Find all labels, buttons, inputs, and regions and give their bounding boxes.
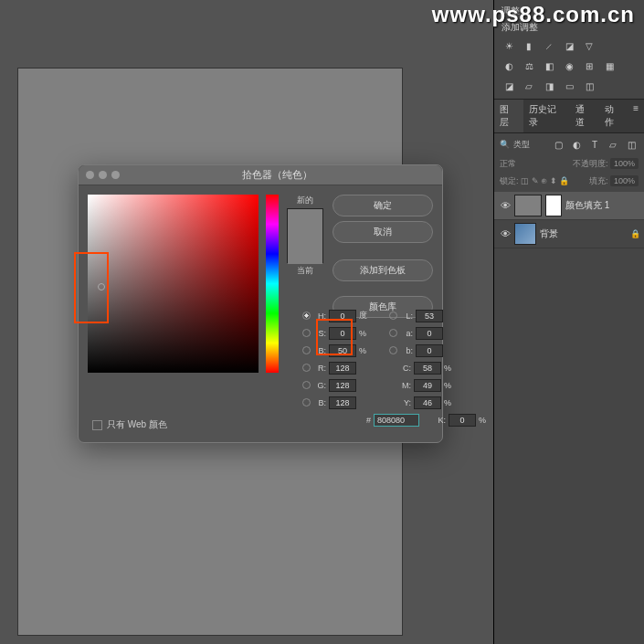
- layer-thumb[interactable]: [514, 195, 542, 216]
- ok-button[interactable]: 确定: [333, 195, 433, 216]
- r-label: R:: [313, 364, 326, 373]
- layer-row[interactable]: 👁 背景 🔒: [494, 220, 644, 248]
- tab-actions[interactable]: 动作: [599, 100, 628, 132]
- s-radio[interactable]: [302, 329, 311, 337]
- filter-smart-icon[interactable]: ◫: [624, 137, 639, 152]
- cancel-button[interactable]: 取消: [333, 221, 433, 243]
- c-label: C:: [398, 364, 411, 373]
- tab-channels[interactable]: 通道: [570, 100, 599, 132]
- y-input[interactable]: [414, 396, 441, 409]
- lock-icons[interactable]: ◫ ✎ ⊕ ⬍ 🔒: [521, 176, 569, 185]
- layer-thumb[interactable]: [514, 223, 536, 245]
- filter-icon[interactable]: 🔍: [500, 140, 510, 149]
- opacity-label: 不透明度:: [573, 159, 608, 168]
- l-radio[interactable]: [389, 311, 397, 320]
- right-panel: 调整 添加调整 ☀ ▮ ⟋ ◪ ▽ ◐ ⚖ ◧ ◉ ⊞ ▦ ◪ ▱ ◨ ▭ ◫ …: [493, 0, 644, 644]
- add-swatch-button[interactable]: 添加到色板: [333, 259, 433, 281]
- h-unit: 度: [359, 310, 370, 322]
- watermark-text: www.ps88.com.cn: [432, 2, 635, 27]
- s-input[interactable]: [329, 327, 356, 340]
- lock-icon: 🔒: [630, 229, 640, 238]
- new-label: 新的: [297, 195, 313, 206]
- h-input[interactable]: [329, 310, 356, 322]
- layer-name[interactable]: 背景: [540, 227, 630, 240]
- bl-radio[interactable]: [302, 398, 311, 406]
- filter-pixel-icon[interactable]: ▢: [551, 137, 565, 152]
- s-label: S:: [313, 329, 326, 338]
- lookup-icon[interactable]: ▦: [602, 58, 617, 73]
- close-icon[interactable]: [86, 171, 94, 179]
- bb-label: b:: [400, 346, 413, 355]
- bw-icon[interactable]: ◧: [542, 58, 556, 73]
- new-color-swatch: [288, 209, 322, 237]
- color-cursor[interactable]: [98, 283, 105, 290]
- m-label: M:: [398, 381, 411, 390]
- hex-input[interactable]: [374, 414, 419, 427]
- bl-input[interactable]: [329, 396, 356, 409]
- filter-adjust-icon[interactable]: ◐: [569, 137, 584, 152]
- levels-icon[interactable]: ▮: [522, 38, 536, 53]
- minimize-icon[interactable]: [99, 171, 107, 179]
- k-label: K:: [433, 416, 446, 425]
- current-color-swatch[interactable]: [288, 237, 322, 264]
- layer-mask-thumb[interactable]: [545, 195, 562, 216]
- zoom-icon[interactable]: [111, 171, 120, 179]
- a-input[interactable]: [416, 327, 443, 340]
- l-label: L:: [400, 311, 413, 321]
- a-radio[interactable]: [389, 329, 397, 337]
- g-input[interactable]: [329, 379, 356, 392]
- m-unit: %: [444, 381, 455, 390]
- brightness-icon[interactable]: ☀: [501, 38, 516, 53]
- posterize-icon[interactable]: ▱: [522, 79, 536, 93]
- b-input[interactable]: [329, 344, 356, 357]
- y-label: Y:: [398, 398, 411, 407]
- invert-icon[interactable]: ◪: [501, 79, 516, 93]
- hue-slider[interactable]: [266, 195, 278, 373]
- b-label: B:: [313, 346, 326, 355]
- g-radio[interactable]: [302, 381, 311, 389]
- curves-icon[interactable]: ⟋: [542, 38, 556, 53]
- a-label: a:: [400, 329, 413, 338]
- lock-label: 锁定:: [500, 176, 519, 185]
- layer-name[interactable]: 颜色填充 1: [565, 199, 640, 212]
- filter-shape-icon[interactable]: ▱: [606, 137, 620, 152]
- panel-menu-icon[interactable]: ≡: [628, 100, 644, 132]
- opacity-value[interactable]: 100%: [610, 158, 639, 169]
- vibrance-icon[interactable]: ▽: [582, 38, 596, 53]
- h-radio[interactable]: [302, 311, 311, 320]
- selective-icon[interactable]: ◫: [582, 79, 596, 93]
- layer-row[interactable]: 👁 颜色填充 1: [494, 192, 644, 220]
- blend-mode[interactable]: 正常: [500, 158, 516, 170]
- r-input[interactable]: [329, 362, 356, 375]
- m-input[interactable]: [414, 379, 441, 392]
- dialog-titlebar[interactable]: 拾色器（纯色）: [79, 165, 442, 185]
- filter-type-icon[interactable]: T: [587, 137, 602, 152]
- visibility-icon[interactable]: 👁: [498, 198, 512, 213]
- hue-icon[interactable]: ◐: [501, 58, 516, 73]
- c-input[interactable]: [414, 362, 441, 375]
- visibility-icon[interactable]: 👁: [498, 227, 512, 241]
- k-unit: %: [479, 416, 490, 425]
- gradient-map-icon[interactable]: ▭: [562, 79, 576, 93]
- color-preview: [287, 208, 323, 263]
- dialog-title: 拾色器（纯色）: [120, 168, 435, 182]
- fill-value[interactable]: 100%: [610, 175, 639, 186]
- web-only-checkbox[interactable]: [92, 420, 102, 430]
- k-input[interactable]: [449, 414, 476, 427]
- h-label: H:: [313, 311, 326, 321]
- g-label: G:: [313, 381, 326, 390]
- b-radio[interactable]: [302, 346, 311, 354]
- exposure-icon[interactable]: ◪: [562, 38, 576, 53]
- bb-input[interactable]: [416, 344, 443, 357]
- color-field[interactable]: [88, 195, 259, 373]
- threshold-icon[interactable]: ◨: [542, 79, 556, 93]
- r-radio[interactable]: [302, 364, 311, 372]
- balance-icon[interactable]: ⚖: [522, 58, 536, 73]
- c-unit: %: [444, 364, 455, 373]
- tab-layers[interactable]: 图层: [494, 100, 523, 132]
- tab-history[interactable]: 历史记录: [523, 100, 570, 132]
- photo-filter-icon[interactable]: ◉: [562, 58, 576, 73]
- bb-radio[interactable]: [389, 346, 397, 354]
- channel-mixer-icon[interactable]: ⊞: [582, 58, 596, 73]
- l-input[interactable]: [416, 310, 443, 322]
